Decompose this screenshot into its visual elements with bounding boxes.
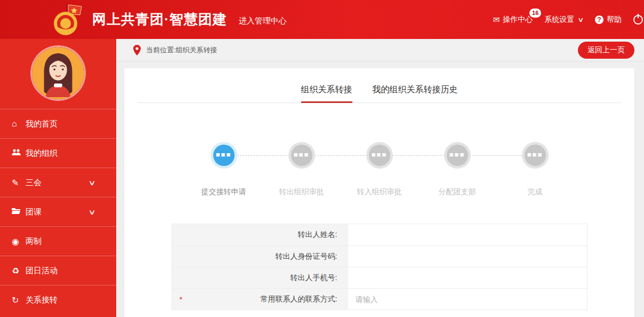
main-content: 当前位置:组织关系转接 返回上一页 组织关系转接 我的组织关系转接历史 ■■■ … [116,39,644,317]
step-circle: ■■■ [213,145,235,166]
mail-icon: ✉ [493,15,500,25]
sidebar-item-meetings[interactable]: ✎ 三会 ∨ [0,168,116,197]
ellipsis-icon: ■■■ [294,151,310,158]
form-row-contact-method: * 常用联系人的联系方式: [172,288,587,310]
folder-icon [12,207,26,217]
help-menu[interactable]: ? 帮助 [595,15,622,25]
edit-icon: ✎ [12,178,26,188]
ellipsis-icon: ■■■ [449,151,465,158]
notification-badge: 16 [529,9,541,18]
sidebar-item-label: 三会 [26,178,42,188]
breadcrumb: 当前位置:组织关系转接 [146,45,578,55]
ellipsis-icon: ■■■ [216,151,232,158]
app-title: 网上共青团·智慧团建 [92,10,227,29]
sidebar-item-league-day[interactable]: ♻ 团日活动 [0,256,116,285]
step-circle: ■■■ [369,145,390,166]
step-submit-application: ■■■ 提交接转申请 [185,145,263,197]
step-progress: ■■■ 提交接转申请 ■■■ 转出组织审批 ■■■ 转入组织审批 ■■■ 分配团… [185,145,574,197]
app-header: 网上共青团·智慧团建 进入管理中心 ✉ 操作中心 16 系统设置 ∨ ? 帮助 [0,0,644,39]
step-circle: ■■■ [447,145,468,166]
step-circle: ■■■ [525,145,546,166]
back-button[interactable]: 返回上一页 [578,42,634,59]
form-row-phone: 转出人手机号: [172,267,587,288]
sidebar-item-home[interactable]: ⌂ 我的首页 [0,109,116,138]
sidebar-item-organization[interactable]: 我的组织 [0,138,116,168]
action-center-menu[interactable]: ✉ 操作中心 16 [493,15,533,25]
system-settings-label: 系统设置 [544,15,574,25]
step-circle: ■■■ [291,145,312,166]
required-asterisk: * [180,295,182,304]
recycle-icon: ♻ [12,266,26,276]
step-outgoing-approval: ■■■ 转出组织审批 [263,145,341,197]
step-incoming-approval: ■■■ 转入组织审批 [341,145,418,197]
step-complete: ■■■ 完成 [496,145,574,197]
target-icon: ◉ [12,236,26,247]
avatar[interactable] [32,47,84,99]
sidebar-item-label: 我的组织 [26,148,58,158]
home-icon: ⌂ [12,119,26,129]
step-assign-branch: ■■■ 分配团支部 [418,145,496,197]
tab-relation-transfer[interactable]: 组织关系转接 [301,84,352,102]
chevron-down-icon: ∨ [577,16,584,23]
sidebar-item-label: 两制 [26,236,42,247]
help-label: 帮助 [607,15,622,25]
chevron-down-icon: ∨ [88,179,96,187]
users-icon [12,148,26,158]
tab-bar: 组织关系转接 我的组织关系转接历史 [138,68,621,103]
sync-icon: ↻ [12,295,26,305]
sidebar-item-label: 团课 [26,207,42,217]
id-number-value [348,246,587,267]
sidebar-item-two-systems[interactable]: ◉ 两制 [0,226,116,256]
logout-button[interactable] [633,15,635,25]
location-pin-icon [133,45,141,56]
breadcrumb-bar: 当前位置:组织关系转接 返回上一页 [116,39,644,61]
contact-method-input[interactable] [356,295,575,304]
sidebar-item-league-class[interactable]: 团课 ∨ [0,197,116,226]
form-row-id-number: 转出人身份证号码: [172,245,587,267]
sidebar-item-label: 团日活动 [26,266,58,276]
tab-transfer-history[interactable]: 我的组织关系转接历史 [373,84,458,102]
help-icon: ? [595,15,603,24]
system-settings-menu[interactable]: 系统设置 ∨ [544,15,583,25]
sidebar: ⌂ 我的首页 我的组织 ✎ 三会 ∨ 团课 ∨ ◉ 两制 ♻ 团日活动 [0,39,116,317]
sidebar-item-label: 关系接转 [26,295,58,305]
ellipsis-icon: ■■■ [527,151,543,158]
name-value [348,224,587,245]
sidebar-item-label: 我的首页 [26,119,58,129]
sidebar-item-relation-transfer[interactable]: ↻ 关系接转 [0,285,116,314]
transfer-form: 转出人姓名: 转出人身份证号码: 转出人手机号: * 常用联系人的联系方式: [172,224,587,310]
chevron-down-icon: ∨ [88,208,96,216]
enter-admin-link[interactable]: 进入管理中心 [239,16,287,26]
action-center-label: 操作中心 [503,15,533,25]
ellipsis-icon: ■■■ [372,151,388,158]
phone-value [348,267,587,288]
league-emblem-logo [51,3,85,36]
form-row-name: 转出人姓名: [172,224,587,245]
power-icon [633,15,643,25]
content-card: 组织关系转接 我的组织关系转接历史 ■■■ 提交接转申请 ■■■ 转出组织审批 [124,68,634,317]
